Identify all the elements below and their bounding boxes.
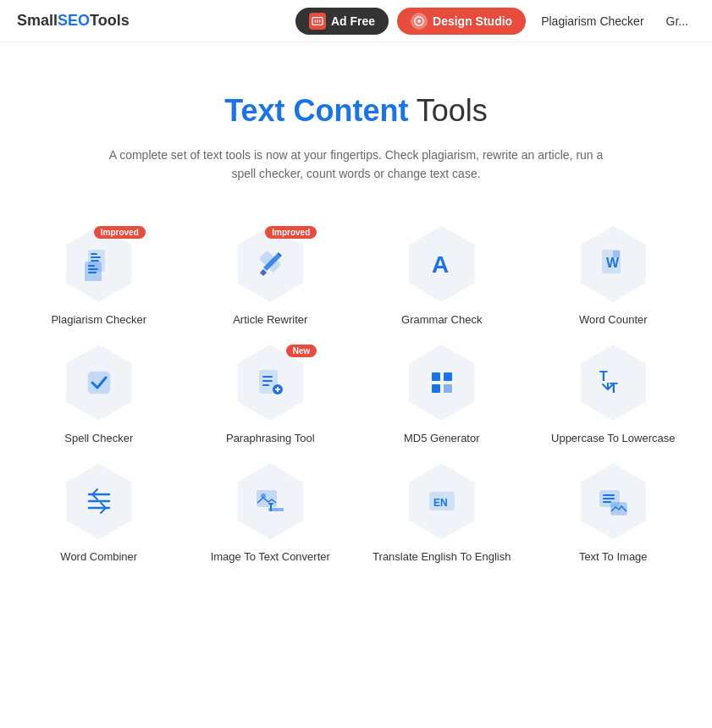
tool-label-plagiarism-checker: Plagiarism Checker: [51, 312, 146, 328]
tool-label-translate-english: Translate English To English: [373, 549, 511, 565]
tool-icon-wrapper-image-to-text: [228, 463, 312, 539]
tool-item-plagiarism-checker[interactable]: Improved Plagiarism Checker: [18, 226, 181, 328]
svg-rect-11: [88, 265, 95, 267]
badge-plagiarism-checker: Improved: [94, 226, 146, 239]
tool-label-md5-generator: MD5 Generator: [404, 431, 480, 446]
header-nav: Ad Free Design Studio Plagiarism Checker…: [295, 8, 695, 35]
tool-item-article-rewriter[interactable]: Improved Article Rewriter: [189, 226, 352, 328]
page-title-rest: Tools: [408, 93, 487, 128]
tool-icon-wrapper-article-rewriter: Improved: [228, 226, 312, 302]
ad-free-label: Ad Free: [331, 14, 375, 28]
tool-icon-bg-uppercase-to-lowercase: T T: [575, 345, 651, 421]
tool-icon-wrapper-uppercase-to-lowercase: T T: [571, 345, 655, 421]
svg-rect-47: [603, 501, 611, 503]
design-studio-icon: [411, 13, 428, 30]
tool-icon-wrapper-word-combiner: [57, 463, 141, 539]
tool-icon-wrapper-word-counter: W: [571, 226, 655, 302]
tool-item-word-combiner[interactable]: Word Combiner: [18, 463, 181, 565]
tool-label-uppercase-to-lowercase: Uppercase To Lowercase: [551, 431, 675, 446]
tool-label-word-combiner: Word Combiner: [60, 549, 137, 565]
tool-icon-wrapper-text-to-image: [571, 463, 655, 539]
tool-icon-bg-spell-checker: [61, 345, 137, 421]
svg-rect-7: [91, 253, 97, 255]
tool-label-text-to-image: Text To Image: [579, 549, 648, 565]
svg-rect-23: [262, 384, 269, 386]
tool-icon-bg-text-to-image: [575, 463, 651, 539]
tool-icon-bg-image-to-text: [232, 463, 308, 539]
logo-seo: SEO: [58, 12, 90, 30]
svg-rect-30: [444, 384, 452, 393]
tool-label-spell-checker: Spell Checker: [64, 431, 133, 446]
page-subtitle: A complete set of text tools is now at y…: [102, 146, 610, 184]
svg-rect-45: [603, 494, 615, 496]
tool-icon-wrapper-md5-generator: [400, 345, 484, 421]
ad-free-icon: [309, 13, 326, 30]
main-content: Text Content Tools A complete set of tex…: [0, 42, 712, 598]
design-studio-button[interactable]: Design Studio: [397, 8, 526, 35]
page-title-accent: Text Content: [224, 93, 408, 128]
svg-rect-21: [262, 376, 273, 378]
tool-label-grammar-check: Grammar Check: [401, 312, 482, 328]
header: Small SEO Tools Ad Free Desig: [0, 0, 712, 42]
svg-rect-41: [268, 503, 273, 505]
svg-text:T: T: [610, 381, 618, 395]
tool-item-spell-checker[interactable]: Spell Checker: [18, 345, 181, 446]
tool-item-grammar-check[interactable]: A Grammar Check: [361, 226, 524, 328]
tool-item-translate-english[interactable]: EN Translate English To English: [361, 463, 524, 565]
svg-rect-46: [603, 498, 615, 499]
svg-text:EN: EN: [433, 497, 448, 509]
tool-icon-bg-word-combiner: [61, 463, 137, 539]
tool-item-text-to-image[interactable]: Text To Image: [532, 463, 695, 565]
tool-label-word-counter: Word Counter: [579, 312, 648, 328]
tool-item-uppercase-to-lowercase[interactable]: T T Uppercase To Lowercase: [532, 345, 695, 446]
svg-text:T: T: [599, 369, 608, 383]
svg-rect-18: [613, 251, 620, 257]
svg-rect-13: [88, 272, 97, 273]
page-title: Text Content Tools: [17, 93, 695, 129]
svg-rect-22: [262, 380, 273, 382]
svg-rect-28: [444, 372, 452, 381]
tool-icon-bg-translate-english: EN: [404, 463, 480, 539]
ad-free-button[interactable]: Ad Free: [295, 8, 389, 35]
nav-grammar[interactable]: Gr...: [660, 14, 695, 28]
tool-item-word-counter[interactable]: W Word Counter: [532, 226, 695, 328]
svg-text:W: W: [606, 256, 620, 270]
tool-icon-wrapper-paraphrasing-tool: New: [228, 345, 312, 421]
svg-point-5: [417, 19, 421, 23]
svg-rect-27: [432, 372, 440, 381]
tool-label-image-to-text: Image To Text Converter: [211, 549, 330, 565]
tool-item-image-to-text[interactable]: Image To Text Converter: [189, 463, 352, 565]
tool-item-md5-generator[interactable]: MD5 Generator: [361, 345, 524, 446]
nav-plagiarism-checker[interactable]: Plagiarism Checker: [534, 14, 650, 28]
logo[interactable]: Small SEO Tools: [17, 12, 130, 30]
tool-icon-wrapper-translate-english: EN: [400, 463, 484, 539]
logo-small: Small: [17, 12, 58, 30]
svg-text:A: A: [432, 251, 449, 278]
tool-icon-wrapper-plagiarism-checker: Improved: [57, 226, 141, 302]
svg-rect-8: [91, 256, 101, 258]
tool-label-article-rewriter: Article Rewriter: [233, 312, 307, 328]
tool-label-paraphrasing-tool: Paraphrasing Tool: [226, 431, 315, 446]
tools-grid: Improved Plagiarism CheckerImproved Arti…: [18, 226, 695, 565]
tool-icon-bg-grammar-check: A: [404, 226, 480, 302]
svg-rect-9: [91, 260, 99, 262]
svg-rect-29: [432, 384, 440, 393]
badge-paraphrasing-tool: New: [286, 345, 317, 357]
design-studio-label: Design Studio: [433, 14, 512, 28]
tool-item-paraphrasing-tool[interactable]: New Paraphrasing Tool: [189, 345, 352, 446]
tool-icon-wrapper-spell-checker: [57, 345, 141, 421]
tool-icon-bg-word-counter: W: [575, 226, 651, 302]
logo-tools: Tools: [90, 12, 130, 30]
svg-rect-12: [88, 268, 98, 270]
tool-icon-bg-md5-generator: [404, 345, 480, 421]
badge-article-rewriter: Improved: [265, 226, 317, 239]
tool-icon-wrapper-grammar-check: A: [400, 226, 484, 302]
